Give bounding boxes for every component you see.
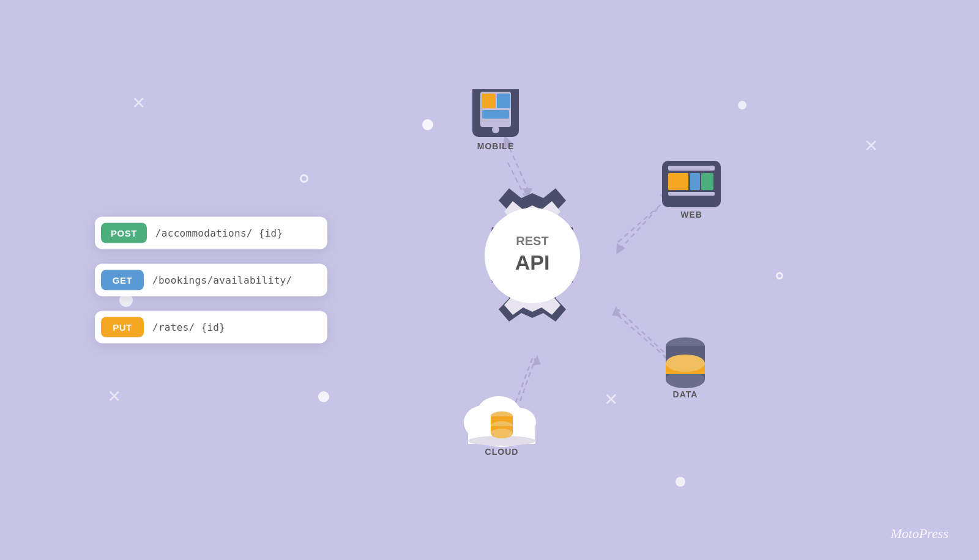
watermark: MotoPress (890, 526, 948, 542)
deco-circle-7 (676, 477, 685, 487)
deco-x-1: ✕ (132, 95, 146, 112)
svg-rect-23 (497, 94, 510, 108)
mobile-node: MOBILE (472, 89, 519, 151)
svg-line-6 (618, 208, 658, 251)
svg-text:MOBILE: MOBILE (477, 141, 514, 151)
deco-x-2: ✕ (107, 388, 121, 405)
get-badge: GET (101, 270, 144, 290)
deco-circle-3 (776, 272, 783, 279)
post-path: /accommodations/ {id} (155, 227, 283, 239)
svg-rect-30 (690, 173, 700, 190)
diagram-center: REST API MOBILE (318, 89, 746, 471)
web-node: WEB (662, 161, 721, 219)
svg-rect-31 (701, 173, 713, 190)
svg-text:DATA: DATA (673, 389, 698, 399)
svg-rect-29 (668, 173, 688, 190)
svg-line-14 (618, 309, 664, 352)
svg-line-12 (618, 315, 667, 358)
svg-point-25 (492, 126, 499, 133)
put-badge: PUT (101, 317, 144, 337)
main-container: ✕ ✕ ✕ ✕ POST /accommodations/ {id} GET /… (0, 0, 979, 560)
svg-rect-24 (482, 110, 509, 119)
put-path: /rates/ {id} (152, 322, 225, 333)
svg-point-50 (666, 355, 705, 372)
endpoints-section: POST /accommodations/ {id} GET /bookings… (95, 217, 327, 344)
svg-rect-28 (668, 166, 715, 171)
svg-text:WEB: WEB (680, 210, 702, 219)
svg-point-44 (491, 429, 513, 438)
get-path: /bookings/availability/ (152, 274, 292, 286)
post-badge: POST (101, 223, 147, 243)
svg-text:REST: REST (516, 234, 548, 248)
svg-text:API: API (515, 251, 550, 274)
post-endpoint-card: POST /accommodations/ {id} (95, 217, 327, 249)
svg-line-4 (618, 199, 667, 242)
cloud-node: CLOUD (464, 396, 536, 457)
svg-rect-32 (668, 192, 715, 196)
svg-rect-22 (482, 94, 496, 108)
put-endpoint-card: PUT /rates/ {id} (95, 311, 327, 344)
deco-x-3: ✕ (864, 138, 878, 155)
svg-line-8 (514, 358, 532, 407)
data-node: DATA (666, 337, 705, 399)
deco-circle-5 (300, 174, 308, 183)
get-endpoint-card: GET /bookings/availability/ (95, 264, 327, 297)
diagram-svg: REST API MOBILE (318, 89, 746, 468)
svg-marker-11 (532, 355, 541, 366)
svg-marker-7 (616, 243, 625, 254)
svg-text:CLOUD: CLOUD (485, 447, 519, 457)
